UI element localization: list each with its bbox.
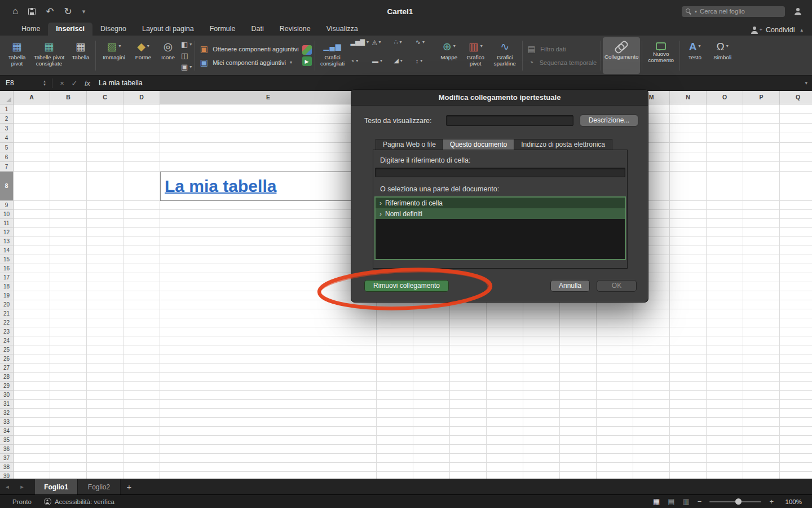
chart-mini-button-1[interactable]: ▂▅▇▾ xyxy=(351,37,369,47)
column-header-E[interactable]: E xyxy=(160,91,377,104)
cancel-entry-icon[interactable]: × xyxy=(56,79,68,87)
row-header-3[interactable]: 3 xyxy=(0,124,14,133)
formula-input[interactable]: La mia tabella xyxy=(94,79,805,87)
tree-item-riferimento-di-cella[interactable]: ›Riferimento di cella xyxy=(376,198,625,208)
row-header-38[interactable]: 38 xyxy=(0,463,14,472)
row-header-21[interactable]: 21 xyxy=(0,309,14,318)
column-header-B[interactable]: B xyxy=(50,91,87,104)
column-header-N[interactable]: N xyxy=(670,91,707,104)
row-header-31[interactable]: 31 xyxy=(0,400,14,409)
row-header-25[interactable]: 25 xyxy=(0,345,14,354)
chart-mini-button-5[interactable]: ◔▾ xyxy=(351,56,369,65)
zoom-out-icon[interactable]: − xyxy=(698,497,702,506)
row-header-29[interactable]: 29 xyxy=(0,382,14,391)
page-break-view-icon[interactable]: ▥ xyxy=(683,497,690,506)
sheet-nav-right-icon[interactable]: ▸ xyxy=(15,479,29,494)
row-header-11[interactable]: 11 xyxy=(0,219,14,228)
row-header-22[interactable]: 22 xyxy=(0,318,14,327)
new-comment-button[interactable]: Nuovo commento xyxy=(644,37,678,74)
row-header-30[interactable]: 30 xyxy=(0,391,14,400)
column-header-O[interactable]: O xyxy=(707,91,743,104)
chart-mini-button-7[interactable]: ◢▾ xyxy=(394,56,412,65)
row-header-2[interactable]: 2 xyxy=(0,114,14,124)
recommended-pivot-button[interactable]: ▦ Tabelle pivot consigliate xyxy=(30,37,68,74)
tab-revisione[interactable]: Revisione xyxy=(272,23,319,36)
confirm-entry-icon[interactable]: ✓ xyxy=(68,79,81,87)
maps-button[interactable]: ⊕▾ Mappe xyxy=(436,37,462,74)
dialog-tab-pagina-web-o-file[interactable]: Pagina Web o file xyxy=(376,139,443,150)
row-header-15[interactable]: 15 xyxy=(0,255,14,264)
timeline-button[interactable]: ◔ Sequenza temporale xyxy=(527,58,597,67)
column-header-A[interactable]: A xyxy=(14,91,50,104)
row-header-14[interactable]: 14 xyxy=(0,246,14,255)
sheet-tab-foglio1[interactable]: Foglio1 xyxy=(35,479,78,494)
user-avatar[interactable] xyxy=(794,8,802,15)
remove-link-button[interactable]: Rimuovi collegamento xyxy=(364,280,449,292)
icons-button[interactable]: ◎ Icone xyxy=(156,37,180,74)
row-header-9[interactable]: 9 xyxy=(0,201,14,210)
column-header-Q[interactable]: Q xyxy=(780,91,812,104)
recommended-charts-button[interactable]: ▁▄▆ Grafici consigliati xyxy=(317,37,348,74)
shapes-button[interactable]: ◆▾ Forme xyxy=(130,37,156,74)
search-chevron-icon[interactable]: ▾ xyxy=(695,9,697,14)
document-tree-list[interactable]: ›Riferimento di cella›Nomi definiti xyxy=(374,196,626,260)
disclosure-icon[interactable]: › xyxy=(379,199,382,207)
chart-mini-button-3[interactable]: ∴▾ xyxy=(394,37,412,47)
collapse-ribbon-icon[interactable]: ▴ xyxy=(800,27,803,33)
row-header-34[interactable]: 34 xyxy=(0,427,14,436)
row-header-19[interactable]: 19 xyxy=(0,291,14,300)
get-addins-button[interactable]: ▣ Ottenere componenti aggiuntivi xyxy=(199,44,298,54)
pivot-chart-button[interactable]: ▥▾ Grafico pivot xyxy=(462,37,489,74)
row-header-32[interactable]: 32 xyxy=(0,409,14,418)
cancel-button[interactable]: Annulla xyxy=(550,280,590,292)
cell-ref-input[interactable] xyxy=(375,168,625,177)
normal-view-icon[interactable]: ▦ xyxy=(653,497,660,506)
chart-mini-button-6[interactable]: ▬▾ xyxy=(372,56,390,65)
row-header-17[interactable]: 17 xyxy=(0,273,14,282)
sheet-nav-left-icon[interactable]: ◂ xyxy=(0,479,15,494)
chart-mini-button-4[interactable]: ∿▾ xyxy=(416,37,434,47)
save-icon[interactable] xyxy=(28,8,36,15)
row-header-23[interactable]: 23 xyxy=(0,327,14,336)
row-header-33[interactable]: 33 xyxy=(0,418,14,427)
name-box-spinner[interactable]: ▴▾ xyxy=(41,80,48,86)
tab-dati[interactable]: Dati xyxy=(244,23,272,36)
dialog-tab-questo-documento[interactable]: Questo documento xyxy=(443,139,514,150)
3d-models-button[interactable]: ◧▾ xyxy=(181,40,192,49)
share-button[interactable]: + Condividi xyxy=(751,26,795,34)
accessibility-icon[interactable] xyxy=(44,498,51,505)
select-all-corner[interactable] xyxy=(0,91,14,104)
tab-home[interactable]: Home xyxy=(14,23,48,36)
row-header-18[interactable]: 18 xyxy=(0,282,14,291)
row-header-24[interactable]: 24 xyxy=(0,336,14,345)
column-header-D[interactable]: D xyxy=(123,91,160,104)
tab-layout-di-pagina[interactable]: Layout di pagina xyxy=(134,23,202,36)
addin-shortcut-1-icon[interactable] xyxy=(302,45,312,55)
name-box[interactable]: E8 xyxy=(0,79,41,87)
undo-icon[interactable]: ↶ xyxy=(46,6,54,17)
row-header-10[interactable]: 10 xyxy=(0,210,14,219)
accessibility-status[interactable]: Accessibilità: verifica xyxy=(55,498,114,505)
slicer-button[interactable]: ▤ Filtro dati xyxy=(527,44,597,54)
row-header-20[interactable]: 20 xyxy=(0,300,14,309)
tab-inserisci[interactable]: Inserisci xyxy=(48,23,92,36)
row-header-36[interactable]: 36 xyxy=(0,445,14,454)
disclosure-icon[interactable]: › xyxy=(379,210,382,218)
row-header-28[interactable]: 28 xyxy=(0,373,14,382)
tab-formule[interactable]: Formule xyxy=(202,23,244,36)
row-header-16[interactable]: 16 xyxy=(0,264,14,273)
tree-item-nomi-definiti[interactable]: ›Nomi definiti xyxy=(376,208,625,219)
display-text-input[interactable] xyxy=(446,115,573,126)
screenshot-button[interactable]: ▣▾ xyxy=(181,62,192,72)
toolbar-chevron-icon[interactable]: ▾ xyxy=(82,8,86,15)
add-sheet-button[interactable]: + xyxy=(121,479,138,494)
row-header-35[interactable]: 35 xyxy=(0,436,14,445)
text-button[interactable]: A▾ Testo xyxy=(682,37,708,74)
description-button[interactable]: Descrizione... xyxy=(580,115,638,126)
tab-visualizza[interactable]: Visualizza xyxy=(319,23,366,36)
active-cell[interactable]: La mia tabella xyxy=(160,172,377,201)
chart-mini-button-8[interactable]: ↕▾ xyxy=(416,56,434,65)
sheet-tab-foglio2[interactable]: Foglio2 xyxy=(78,479,121,494)
sparklines-button[interactable]: ∿ Grafici sparkline xyxy=(489,37,520,74)
zoom-slider-thumb[interactable] xyxy=(735,498,742,505)
